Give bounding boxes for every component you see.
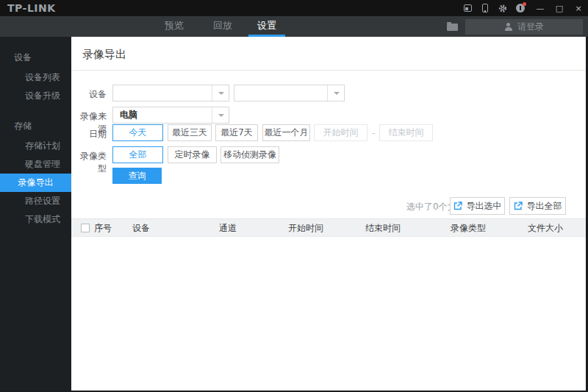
export-all-label: 导出全部 [527,200,562,213]
person-icon [504,23,512,31]
end-time-input[interactable]: 结束时间 [379,124,433,141]
source-dropdown-value: 电脑 [120,107,137,123]
maximize-button[interactable]: □ [550,0,569,16]
login-label: 请登录 [517,21,544,33]
sidebar-item-storage-plan[interactable]: 存储计划 [0,137,71,155]
date-option-last-3-days[interactable]: 最近三天 [168,124,212,141]
column-header-start-time: 开始时间 [288,219,323,237]
column-header-device: 设备 [132,219,150,237]
column-header-end-time: 结束时间 [365,219,401,237]
monitor-icon[interactable] [463,4,472,13]
monitor-glyph [464,4,472,12]
sidebar-item-recording-export[interactable]: 录像导出 [0,174,71,192]
sidebar-item-disk-management[interactable]: 硬盘管理 [0,155,71,174]
info-icon[interactable] [516,4,525,13]
select-all-checkbox[interactable] [81,224,90,232]
start-time-input[interactable]: 开始时间 [314,124,368,141]
chevron-down-icon [212,85,229,101]
tab-bar: 预览 回放 设置 请登录 [0,16,588,37]
type-label: 录像类型 [73,150,107,175]
date-option-today[interactable]: 今天 [112,124,163,141]
minimize-button[interactable]: — [531,0,550,16]
sidebar-item-download-mode[interactable]: 下载模式 [0,210,71,229]
window-controls: — □ × [531,0,588,16]
sidebar: 设备 设备列表 设备升级 存储 存储计划 硬盘管理 录像导出 路径设置 下载模式 [0,37,71,391]
export-selected-label: 导出选中 [467,200,502,213]
column-header-file-size: 文件大小 [528,219,563,237]
export-all-button[interactable]: 导出全部 [509,197,566,215]
titlebar-icons [463,0,525,16]
chevron-down-icon [327,85,344,101]
sidebar-item-path-settings[interactable]: 路径设置 [0,192,71,210]
page-title: 录像导出 [82,48,126,62]
sidebar-section-storage: 存储 [0,105,71,137]
query-button[interactable]: 查询 [112,168,162,184]
close-button[interactable]: × [569,0,588,16]
device-dropdown-1[interactable] [112,85,229,101]
phone-glyph [482,4,488,13]
gear-glyph [498,4,507,13]
titlebar: TP-LINK — □ × [0,0,588,16]
folder-icon[interactable] [447,24,458,31]
range-separator: - [372,128,375,138]
table-body-empty [71,238,586,391]
tab-playback[interactable]: 回放 [204,16,241,37]
export-icon [453,202,462,210]
sidebar-item-device-list[interactable]: 设备列表 [0,68,71,87]
export-selected-button[interactable]: 导出选中 [450,197,505,215]
tab-settings[interactable]: 设置 [248,16,285,37]
date-label: 日期 [73,128,107,140]
device-dropdown-2[interactable] [234,85,345,101]
chevron-down-icon [212,107,229,123]
gear-icon[interactable] [498,4,507,13]
title-divider [71,70,586,71]
column-header-index: 序号 [94,219,112,237]
date-option-last-month[interactable]: 最近一个月 [262,124,310,141]
type-option-motion-detect[interactable]: 移动侦测录像 [220,146,279,163]
tab-preview[interactable]: 预览 [156,16,193,37]
main-content: 录像导出 设备 录像来源 电脑 日期 今天 最近三天 最近7天 最近一个月 开始… [71,37,586,391]
column-header-type: 录像类型 [451,219,486,237]
phone-icon[interactable] [481,4,490,13]
tplink-logo: TP-LINK [7,2,56,14]
type-option-scheduled[interactable]: 定时录像 [168,146,217,163]
export-icon [514,202,523,210]
device-label: 设备 [73,88,107,101]
type-option-all[interactable]: 全部 [112,146,163,163]
table-header: 序号 设备 通道 开始时间 结束时间 录像类型 文件大小 [71,218,586,237]
login-button[interactable]: 请登录 [465,19,583,35]
sidebar-section-device: 设备 [0,37,71,68]
column-header-channel: 通道 [219,219,237,237]
source-dropdown[interactable]: 电脑 [112,107,229,124]
notification-badge [523,2,526,6]
date-option-last-7-days[interactable]: 最近7天 [215,124,258,141]
sidebar-item-device-upgrade[interactable]: 设备升级 [0,87,71,105]
app-window: TP-LINK — □ × 预览 回放 设置 [0,0,588,392]
